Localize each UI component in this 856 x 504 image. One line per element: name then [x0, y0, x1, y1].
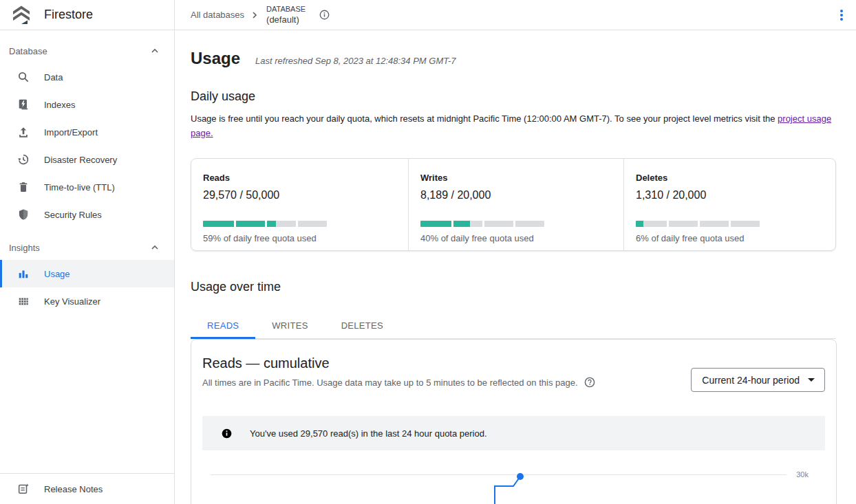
quota-label: Reads [203, 173, 408, 183]
info-icon [222, 428, 232, 439]
firestore-console: Firestore Database Data [0, 0, 856, 504]
quota-caption: 59% of daily free quota used [203, 233, 408, 243]
period-selector-value: Current 24-hour period [702, 375, 800, 386]
chart-title: Reads — cumulative [202, 355, 595, 371]
firestore-logo-icon [10, 3, 33, 27]
quota-reads: Reads 29,570 / 50,000 59% of daily free … [191, 159, 408, 250]
topbar: All databases DATABASE (default) [175, 0, 856, 30]
sidebar-item-indexes[interactable]: Indexes [0, 91, 174, 118]
daily-usage-heading: Daily usage [191, 89, 836, 104]
sidebar: Firestore Database Data [0, 0, 175, 504]
release-notes-icon [17, 483, 30, 495]
chevron-up-icon [151, 243, 159, 252]
sidebar-header: Firestore [0, 0, 174, 30]
reads-chart-card: Reads — cumulative All times are in Paci… [191, 339, 837, 504]
sidebar-section-insights: Insights Usage [0, 235, 174, 315]
help-icon[interactable] [584, 377, 595, 388]
bar-chart-icon [17, 267, 30, 280]
database-selector: DATABASE (default) [266, 6, 306, 24]
quota-caption: 6% of daily free quota used [636, 233, 835, 243]
sidebar-item-label: Key Visualizer [44, 296, 100, 307]
quota-caption: 40% of daily free quota used [420, 233, 623, 243]
usage-info-text: You've used 29,570 read(s) in the last 2… [250, 428, 487, 439]
sidebar-item-ttl[interactable]: Time-to-live (TTL) [0, 173, 174, 201]
sidebar-item-label: Usage [44, 269, 70, 279]
usage-tabs: READS WRITES DELETES [191, 314, 836, 339]
sidebar-item-disaster-recovery[interactable]: Disaster Recovery [0, 146, 174, 173]
sidebar-nav: Database Data Indexes [0, 30, 174, 473]
sidebar-item-release-notes[interactable]: Release Notes [0, 474, 174, 504]
search-icon [17, 71, 30, 83]
quota-progress-bar [636, 221, 760, 227]
page-title: Usage [191, 49, 240, 68]
usage-over-time-heading: Usage over time [191, 280, 836, 294]
usage-info-banner: You've used 29,570 read(s) in the last 2… [202, 416, 825, 450]
sidebar-item-key-visualizer[interactable]: Key Visualizer [0, 287, 174, 315]
shield-icon [17, 208, 30, 221]
database-label: DATABASE [266, 6, 306, 13]
overflow-menu-icon[interactable] [834, 6, 849, 25]
sidebar-item-label: Time-to-live (TTL) [44, 182, 115, 193]
chart-plot [202, 459, 825, 504]
sidebar-item-label: Release Notes [44, 484, 103, 494]
usage-page: Usage Last refreshed Sep 8, 2023 at 12:4… [175, 30, 856, 504]
section-header-database[interactable]: Database [0, 39, 174, 63]
section-header-insights[interactable]: Insights [0, 235, 174, 260]
sidebar-item-label: Disaster Recovery [44, 155, 117, 165]
quota-progress-fill [420, 221, 470, 227]
sidebar-section-database: Database Data Indexes [0, 39, 174, 228]
tab-writes[interactable]: WRITES [255, 314, 324, 339]
database-name: (default) [266, 15, 306, 24]
usage-line-chart: 30k [202, 459, 825, 504]
period-selector-dropdown[interactable]: Current 24-hour period [691, 368, 825, 392]
timezone-note: All times are in Pacific Time. Usage dat… [202, 377, 578, 388]
sidebar-item-label: Indexes [44, 100, 76, 110]
quota-value: 8,189 / 20,000 [420, 189, 623, 201]
last-refreshed: Last refreshed Sep 8, 2023 at 12:48:34 P… [255, 56, 456, 66]
sidebar-footer: Release Notes [0, 473, 174, 504]
tab-deletes[interactable]: DELETES [325, 314, 400, 339]
breadcrumb-all-databases[interactable]: All databases [191, 10, 244, 20]
trash-icon [17, 181, 30, 193]
sidebar-item-security-rules[interactable]: Security Rules [0, 201, 174, 228]
database-info-icon[interactable] [317, 7, 332, 23]
section-label: Insights [9, 243, 40, 253]
quota-value: 1,310 / 20,000 [636, 189, 835, 201]
breadcrumb: All databases DATABASE (default) [191, 6, 332, 24]
chevron-down-icon [808, 378, 815, 382]
sidebar-item-label: Data [44, 72, 63, 83]
sidebar-item-import-export[interactable]: Import/Export [0, 118, 174, 146]
daily-usage-description: Usage is free until you reach your daily… [191, 111, 836, 140]
document-bolt-icon [17, 98, 30, 111]
quota-writes: Writes 8,189 / 20,000 40% of daily free … [408, 159, 623, 250]
main-area: All databases DATABASE (default) Usage [175, 0, 856, 504]
section-label: Database [9, 46, 47, 56]
quota-label: Writes [420, 173, 623, 183]
quota-progress-bar [420, 221, 544, 227]
tab-reads[interactable]: READS [191, 314, 255, 339]
upload-icon [17, 126, 30, 138]
quota-label: Deletes [636, 173, 835, 183]
grid-icon [17, 295, 30, 307]
sidebar-item-usage[interactable]: Usage [0, 260, 174, 287]
quota-progress-fill [636, 221, 643, 227]
chevron-right-icon [250, 11, 259, 19]
daily-usage-text: Usage is free until you reach your daily… [191, 113, 778, 124]
quota-progress-bar [203, 221, 327, 227]
chart-card-header: Reads — cumulative All times are in Paci… [202, 351, 825, 392]
chevron-up-icon [151, 47, 159, 55]
sidebar-item-label: Security Rules [44, 210, 102, 220]
quota-deletes: Deletes 1,310 / 20,000 6% of daily free … [623, 159, 835, 250]
history-restore-icon [17, 153, 30, 166]
app-title: Firestore [44, 8, 93, 22]
sidebar-item-label: Import/Export [44, 127, 98, 138]
daily-quota-card: Reads 29,570 / 50,000 59% of daily free … [191, 158, 836, 251]
sidebar-item-data[interactable]: Data [0, 63, 174, 91]
quota-value: 29,570 / 50,000 [203, 189, 408, 201]
title-row: Usage Last refreshed Sep 8, 2023 at 12:4… [191, 49, 836, 68]
